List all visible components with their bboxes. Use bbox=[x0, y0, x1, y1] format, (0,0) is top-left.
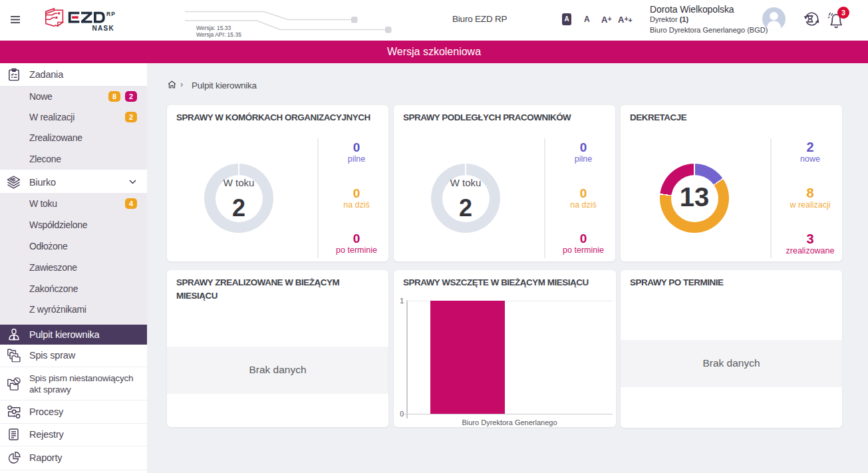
svg-text:RP: RP bbox=[106, 11, 116, 17]
svg-text:NASK: NASK bbox=[92, 25, 115, 32]
